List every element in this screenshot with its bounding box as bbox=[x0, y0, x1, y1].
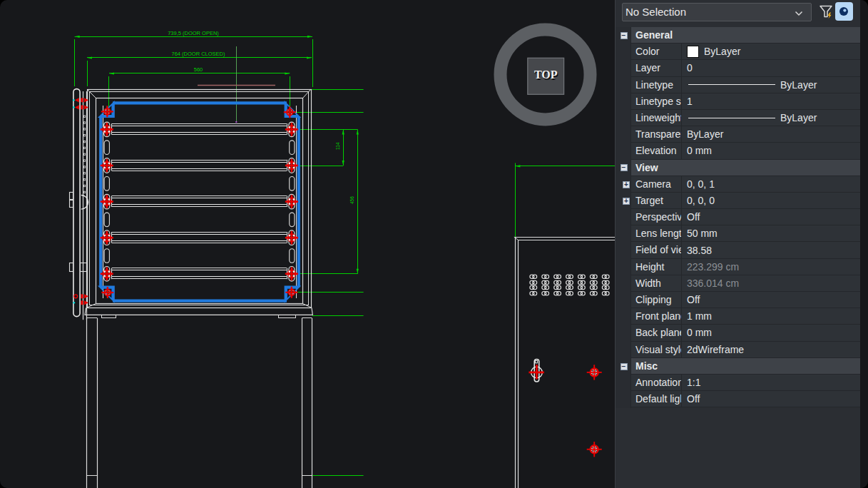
svg-text:TOP: TOP bbox=[534, 68, 558, 81]
svg-text:114: 114 bbox=[335, 142, 340, 150]
svg-text:764 (DOOR CLOSED): 764 (DOOR CLOSED) bbox=[171, 51, 225, 57]
svg-text:560: 560 bbox=[194, 66, 203, 73]
svg-text:739,5 (DOOR OPEN): 739,5 (DOOR OPEN) bbox=[168, 30, 219, 36]
svg-text:456: 456 bbox=[350, 196, 355, 204]
